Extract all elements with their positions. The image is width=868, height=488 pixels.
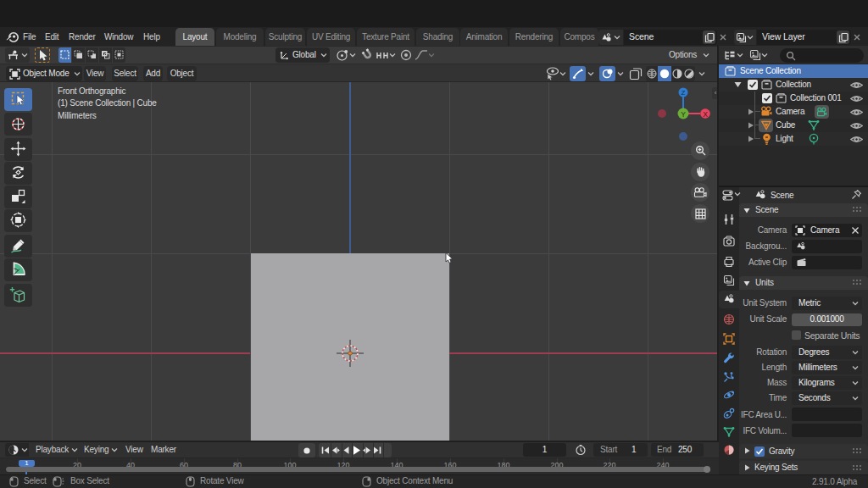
svg-text:Z: Z bbox=[682, 89, 686, 97]
svg-text:Y: Y bbox=[681, 110, 686, 119]
svg-text:X: X bbox=[703, 110, 708, 119]
